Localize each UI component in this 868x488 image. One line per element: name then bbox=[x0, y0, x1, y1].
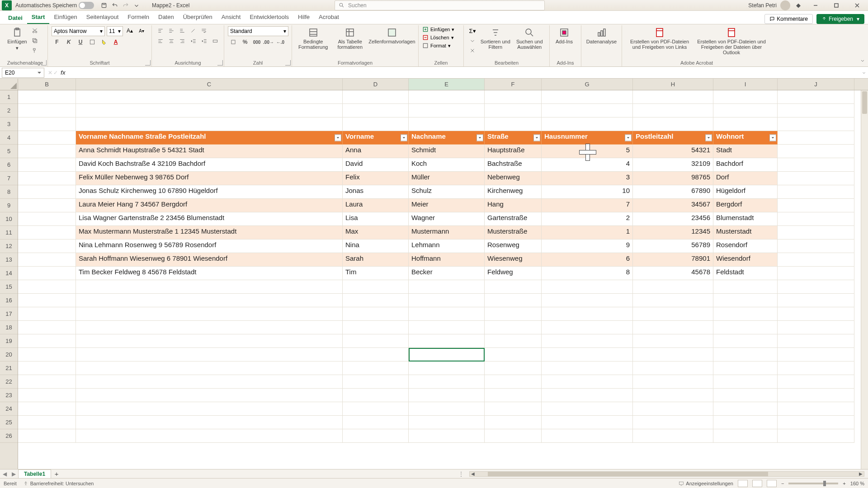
cell[interactable] bbox=[343, 416, 409, 429]
cell[interactable] bbox=[485, 321, 542, 334]
cell[interactable] bbox=[713, 429, 778, 443]
cell[interactable] bbox=[778, 429, 854, 443]
cell[interactable] bbox=[633, 429, 713, 443]
tab-acrobat[interactable]: Acrobat bbox=[314, 11, 344, 24]
cell[interactable] bbox=[778, 334, 854, 348]
align-bottom-icon[interactable] bbox=[177, 26, 187, 35]
cell[interactable]: Rosenweg bbox=[485, 239, 542, 253]
cell[interactable] bbox=[343, 375, 409, 389]
tab-formeln[interactable]: Formeln bbox=[123, 11, 154, 24]
select-all-button[interactable] bbox=[0, 79, 18, 90]
cell[interactable] bbox=[713, 104, 778, 117]
cell[interactable]: Max Mustermann Musterstraße 1 12345 Must… bbox=[76, 226, 343, 239]
column-header-B[interactable]: B bbox=[18, 79, 76, 90]
cell[interactable]: Sarah Hoffmann Wiesenweg 6 78901 Wiesend… bbox=[76, 253, 343, 267]
column-header-E[interactable]: E bbox=[409, 79, 485, 90]
formula-input[interactable] bbox=[67, 68, 858, 78]
cell[interactable] bbox=[18, 375, 76, 389]
cell[interactable]: 9 bbox=[542, 239, 633, 253]
cell[interactable]: Rosendorf bbox=[713, 239, 778, 253]
cell[interactable]: Becker bbox=[409, 267, 485, 280]
scroll-left-icon[interactable]: ◀ bbox=[470, 472, 476, 476]
cell[interactable]: Nina bbox=[343, 239, 409, 253]
cell[interactable] bbox=[18, 267, 76, 280]
qat-undo-icon[interactable] bbox=[109, 1, 120, 10]
cell[interactable] bbox=[409, 104, 485, 117]
cell[interactable]: 56789 bbox=[633, 239, 713, 253]
row-header[interactable]: 8 bbox=[0, 185, 18, 199]
cell[interactable]: Bachdorf bbox=[713, 158, 778, 172]
tab-daten[interactable]: Daten bbox=[154, 11, 179, 24]
cell[interactable] bbox=[18, 104, 76, 117]
cell[interactable]: Feldweg bbox=[485, 267, 542, 280]
row-header[interactable]: 15 bbox=[0, 280, 18, 294]
cell[interactable] bbox=[343, 429, 409, 443]
cell[interactable] bbox=[542, 361, 633, 375]
cell[interactable]: Max bbox=[343, 226, 409, 239]
cell[interactable] bbox=[778, 321, 854, 334]
cell[interactable] bbox=[485, 294, 542, 307]
align-middle-icon[interactable] bbox=[166, 26, 176, 35]
cell[interactable] bbox=[633, 307, 713, 321]
cell[interactable] bbox=[76, 375, 343, 389]
cell[interactable] bbox=[778, 158, 854, 172]
cell[interactable]: Stadt bbox=[713, 145, 778, 158]
cell[interactable] bbox=[18, 389, 76, 402]
column-header-J[interactable]: J bbox=[778, 79, 854, 90]
cell[interactable] bbox=[485, 375, 542, 389]
cell[interactable] bbox=[18, 429, 76, 443]
cell[interactable]: Nina Lehmann Rosenweg 9 56789 Rosendorf bbox=[76, 239, 343, 253]
align-top-icon[interactable] bbox=[156, 26, 165, 35]
wrap-text-icon[interactable] bbox=[199, 26, 209, 35]
cell[interactable] bbox=[713, 321, 778, 334]
cell[interactable] bbox=[409, 429, 485, 443]
expand-formula-bar-icon[interactable] bbox=[860, 70, 868, 75]
conditional-formatting-button[interactable]: Bedingte Formatierung bbox=[296, 26, 331, 50]
cell[interactable] bbox=[485, 104, 542, 117]
cell[interactable]: Wagner bbox=[409, 212, 485, 226]
cell[interactable] bbox=[778, 416, 854, 429]
cell[interactable] bbox=[778, 199, 854, 212]
cell[interactable]: Nachname bbox=[409, 131, 485, 145]
cut-icon[interactable] bbox=[30, 26, 40, 35]
tab-file[interactable]: Datei bbox=[4, 12, 27, 24]
column-header-H[interactable]: H bbox=[633, 79, 713, 90]
minimize-button[interactable] bbox=[807, 0, 825, 11]
row-header[interactable]: 12 bbox=[0, 239, 18, 253]
cell[interactable] bbox=[633, 90, 713, 104]
cell[interactable] bbox=[485, 402, 542, 416]
cell[interactable]: Blumenstadt bbox=[713, 212, 778, 226]
cell[interactable] bbox=[18, 334, 76, 348]
underline-button[interactable]: U bbox=[75, 37, 86, 47]
qat-redo-icon[interactable] bbox=[120, 1, 131, 10]
next-sheet-icon[interactable]: ▶ bbox=[9, 471, 18, 477]
align-center-icon[interactable] bbox=[166, 36, 176, 46]
cell[interactable] bbox=[778, 348, 854, 361]
cell[interactable] bbox=[542, 389, 633, 402]
cell[interactable]: 6 bbox=[542, 253, 633, 267]
cell[interactable] bbox=[409, 416, 485, 429]
row-header[interactable]: 2 bbox=[0, 104, 18, 117]
fx-icon[interactable]: fx bbox=[61, 70, 66, 76]
row-header[interactable]: 18 bbox=[0, 321, 18, 334]
font-name-select[interactable]: Aptos Narrow▾ bbox=[52, 26, 105, 36]
cell[interactable] bbox=[778, 172, 854, 185]
cell[interactable]: Wohnort bbox=[713, 131, 778, 145]
cell[interactable]: 32109 bbox=[633, 158, 713, 172]
cell[interactable] bbox=[409, 375, 485, 389]
cell[interactable]: Bergdorf bbox=[713, 199, 778, 212]
cell[interactable] bbox=[542, 429, 633, 443]
prev-sheet-icon[interactable]: ◀ bbox=[0, 471, 9, 477]
row-header[interactable]: 23 bbox=[0, 389, 18, 402]
cell[interactable] bbox=[778, 145, 854, 158]
cell[interactable] bbox=[343, 307, 409, 321]
cell[interactable] bbox=[485, 361, 542, 375]
search-input[interactable]: Suchen bbox=[335, 0, 545, 10]
format-cells-button[interactable]: Format ▾ bbox=[422, 42, 451, 49]
diamond-icon[interactable]: ◆ bbox=[793, 1, 804, 10]
cell[interactable] bbox=[713, 117, 778, 131]
cell[interactable]: Tim Becker Feldweg 8 45678 Feldstadt bbox=[76, 267, 343, 280]
addins-button[interactable]: Add-Ins bbox=[553, 26, 575, 44]
cell[interactable] bbox=[18, 307, 76, 321]
cell[interactable] bbox=[18, 253, 76, 267]
